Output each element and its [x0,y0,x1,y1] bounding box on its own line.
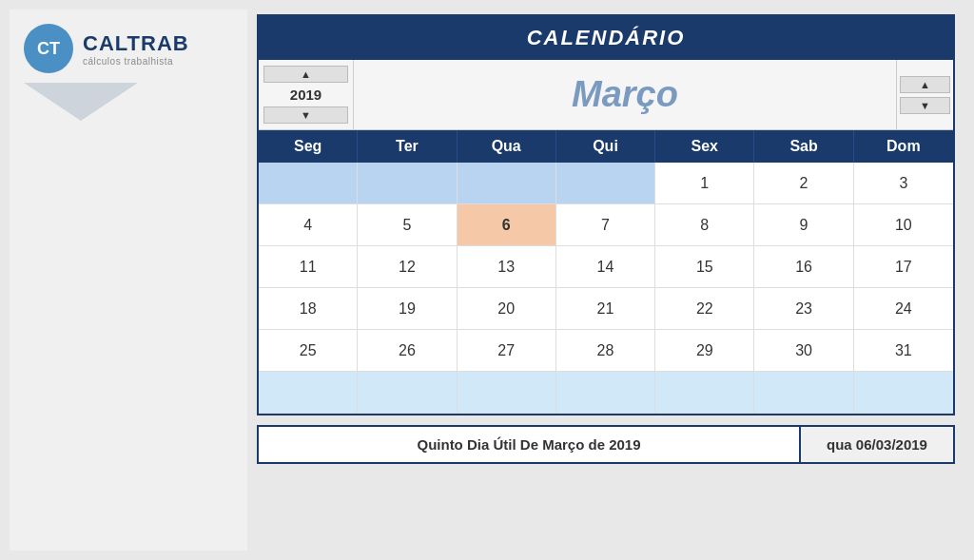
calendar-title: CALENDÁRIO [259,16,953,60]
table-row[interactable]: 23 [754,288,853,330]
table-row[interactable]: 19 [358,288,457,330]
table-row [358,372,457,414]
table-row[interactable]: 26 [358,330,457,372]
table-row [754,372,853,414]
month-up-button[interactable]: ▲ [900,76,950,93]
table-row[interactable]: 27 [458,330,556,372]
table-row[interactable]: 12 [358,246,457,288]
table-row [358,163,457,204]
table-row[interactable]: 17 [854,246,953,288]
table-row[interactable]: 2 [754,163,853,204]
day-header-sab: Sab [754,130,853,163]
calendar-grid: 1 2 3 4 5 6 7 8 9 10 11 12 13 14 15 16 1… [259,163,953,414]
logo-decoration [24,83,138,121]
table-row[interactable]: 31 [854,330,953,372]
table-row [556,372,655,414]
table-row[interactable]: 1 [655,163,754,204]
table-row[interactable]: 25 [259,330,358,372]
main-area: CALENDÁRIO ▲ 2019 ▼ Março ▲ ▼ Seg Ter Qu… [247,10,964,469]
table-row[interactable]: 7 [556,204,655,246]
table-row[interactable]: 28 [556,330,655,372]
logo-text-block: CALTRAB cálculos trabalhista [83,31,189,67]
calendar-container: CALENDÁRIO ▲ 2019 ▼ Março ▲ ▼ Seg Ter Qu… [257,14,955,415]
calendar-nav-row: ▲ 2019 ▼ Março ▲ ▼ [259,60,953,130]
table-row[interactable]: 13 [458,246,556,288]
day-header-qua: Qua [458,130,556,163]
table-row [854,372,953,414]
table-row[interactable]: 22 [655,288,754,330]
logo-name: CALTRAB [83,31,189,56]
logo-subtitle: cálculos trabalhista [83,56,189,67]
year-up-button[interactable]: ▲ [263,66,348,83]
day-headers: Seg Ter Qua Qui Sex Sab Dom [259,130,953,163]
table-row[interactable]: 9 [754,204,853,246]
year-value: 2019 [290,85,321,105]
month-nav-right: ▲ ▼ [896,60,953,129]
day-header-ter: Ter [358,130,457,163]
year-column: ▲ 2019 ▼ [259,60,354,129]
day-header-seg: Seg [259,130,358,163]
logo-circle: CT [24,24,73,73]
table-row[interactable]: 30 [754,330,853,372]
table-row [259,372,358,414]
month-name: Março [572,74,678,115]
table-row[interactable]: 16 [754,246,853,288]
table-row[interactable]: 3 [854,163,953,204]
table-row [556,163,655,204]
month-column: Março [354,60,896,129]
table-row[interactable]: 11 [259,246,358,288]
footer-bar: Quinto Dia Útil De Março de 2019 qua 06/… [257,425,955,464]
day-header-sex: Sex [655,130,754,163]
table-row [259,163,358,204]
table-row[interactable]: 24 [854,288,953,330]
table-row[interactable]: 29 [655,330,754,372]
day-header-qui: Qui [556,130,655,163]
footer-label: Quinto Dia Útil De Março de 2019 [259,427,801,462]
day-header-dom: Dom [854,130,953,163]
table-row[interactable]: 18 [259,288,358,330]
table-row[interactable]: 8 [655,204,754,246]
table-row[interactable]: 14 [556,246,655,288]
table-row[interactable]: 10 [854,204,953,246]
table-row [655,372,754,414]
table-row[interactable]: 21 [556,288,655,330]
footer-date: qua 06/03/2019 [801,427,953,462]
table-row[interactable]: 15 [655,246,754,288]
table-row-today[interactable]: 6 [458,204,556,246]
table-row [458,163,556,204]
logo-initials: CT [37,39,60,59]
table-row [458,372,556,414]
month-down-button[interactable]: ▼ [900,97,950,114]
logo-area: CT CALTRAB cálculos trabalhista [24,24,233,73]
table-row[interactable]: 4 [259,204,358,246]
table-row[interactable]: 20 [458,288,556,330]
table-row[interactable]: 5 [358,204,457,246]
year-down-button[interactable]: ▼ [263,106,348,124]
logo-panel: CT CALTRAB cálculos trabalhista [10,10,247,550]
